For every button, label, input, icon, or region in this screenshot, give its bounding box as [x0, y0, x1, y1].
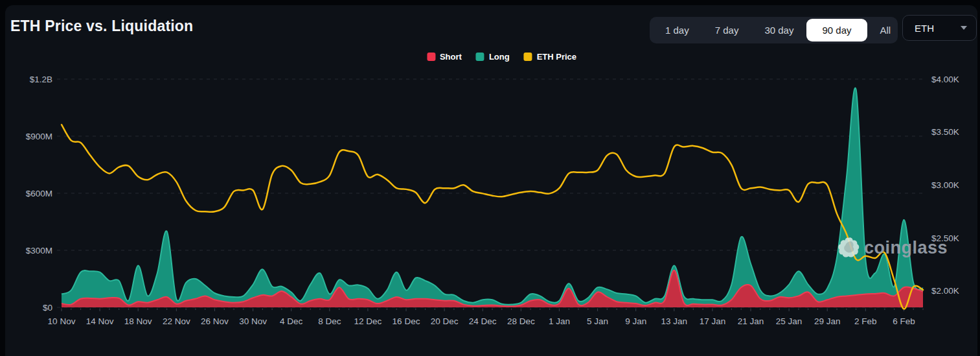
chevron-down-icon	[961, 26, 967, 30]
x-axis-label: 24 Dec	[469, 316, 497, 326]
x-axis-label: 28 Dec	[507, 316, 535, 326]
x-axis-label: 13 Jan	[661, 316, 688, 326]
y-axis-label-left: $600M	[26, 189, 52, 198]
x-axis-label: 1 Jan	[549, 316, 570, 326]
x-axis-label: 22 Nov	[163, 316, 190, 326]
y-axis-label-right: $3.00K	[931, 180, 959, 190]
y-axis-label-right: $2.50K	[931, 233, 959, 243]
x-axis-label: 10 Nov	[48, 316, 76, 326]
legend-label: Short	[440, 52, 462, 62]
x-axis-label: 6 Feb	[893, 316, 915, 326]
chart-legend: ShortLongETH Price	[427, 52, 576, 62]
x-axis-label: 26 Nov	[201, 316, 229, 326]
x-axis-label: 4 Dec	[280, 316, 303, 326]
x-axis-label: 17 Jan	[700, 316, 726, 326]
legend-swatch-eth-price	[524, 53, 532, 61]
y-axis-label-left: $1.2B	[30, 75, 52, 84]
x-axis-label: 5 Jan	[587, 316, 608, 326]
x-axis-label: 18 Nov	[124, 316, 152, 326]
y-axis-label-right: $3.50K	[931, 127, 959, 137]
y-axis-label-left: $0	[43, 303, 52, 313]
legend-label: Long	[489, 52, 510, 62]
range-button-1-day[interactable]: 1 day	[652, 19, 702, 42]
x-axis-label: 30 Nov	[239, 316, 267, 326]
y-axis-label-right: $4.00K	[931, 75, 959, 84]
y-axis-label-right: $2.00K	[931, 286, 959, 296]
x-axis-label: 2 Feb	[854, 316, 877, 326]
range-button-90-day[interactable]: 90 day	[806, 19, 867, 42]
x-axis-label: 29 Jan	[814, 316, 841, 326]
x-axis-label: 16 Dec	[393, 316, 420, 326]
legend-swatch-short	[427, 53, 435, 61]
symbol-select-value: ETH	[915, 23, 934, 34]
legend-item-short[interactable]: Short	[427, 52, 462, 62]
eth-liquidation-widget: $0$300M$600M$900M$1.2B$2.00K$2.50K$3.00K…	[0, 0, 980, 356]
x-axis-label: 20 Dec	[431, 316, 459, 326]
legend-item-eth-price[interactable]: ETH Price	[524, 52, 576, 62]
legend-swatch-long	[476, 53, 484, 61]
range-button-7-day[interactable]: 7 day	[702, 19, 752, 42]
x-axis-label: 8 Dec	[318, 316, 341, 326]
y-axis-label-left: $300M	[26, 246, 52, 255]
range-button-30-day[interactable]: 30 day	[751, 19, 806, 42]
range-button-all[interactable]: All	[867, 19, 904, 42]
x-axis-label: 9 Jan	[625, 316, 646, 326]
x-axis-label: 14 Nov	[86, 316, 114, 326]
x-axis-label: 21 Jan	[738, 316, 764, 326]
legend-label: ETH Price	[537, 52, 576, 62]
x-axis-label: 25 Jan	[776, 316, 803, 326]
y-axis-label-left: $900M	[26, 132, 52, 141]
symbol-select[interactable]: ETH	[902, 15, 977, 41]
x-axis-label: 12 Dec	[354, 316, 382, 326]
legend-item-long[interactable]: Long	[476, 52, 510, 62]
range-selector: 1 day7 day30 day90 dayAll	[650, 17, 898, 43]
page-title: ETH Price vs. Liquidation	[10, 18, 193, 35]
